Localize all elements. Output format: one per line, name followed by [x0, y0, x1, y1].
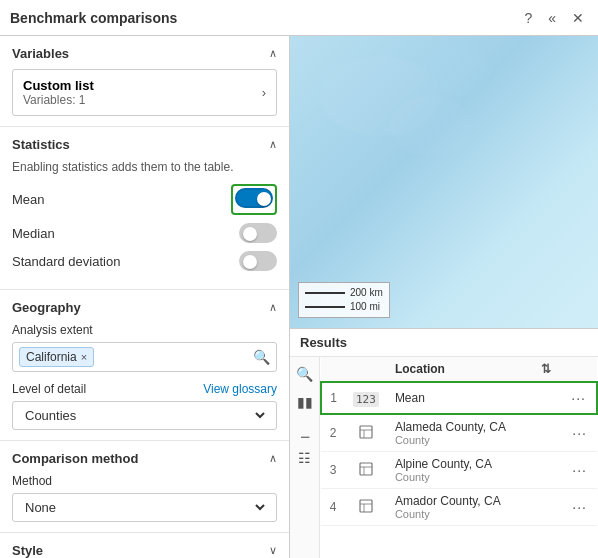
location-type: County — [395, 434, 551, 446]
right-panel: 200 km 100 mi Results 🔍 ▮▮ ⎯ ☷ — [290, 36, 598, 558]
median-toggle-thumb — [243, 227, 257, 241]
more-options-button[interactable]: ··· — [568, 423, 591, 443]
row-num: 3 — [321, 452, 345, 489]
statistics-section-header[interactable]: Statistics ∧ — [12, 137, 277, 152]
row-label: Amador County, CA County — [387, 489, 559, 526]
median-toggle-track[interactable] — [239, 223, 277, 243]
statistics-title: Statistics — [12, 137, 70, 152]
comparison-method-title: Comparison method — [12, 451, 138, 466]
row-actions: ··· — [559, 452, 597, 489]
custom-list-chevron-icon: › — [262, 85, 266, 100]
help-button[interactable]: ? — [520, 9, 536, 27]
more-options-button[interactable]: ··· — [568, 497, 591, 517]
custom-list-label: Custom list — [23, 78, 94, 93]
mean-toggle[interactable] — [235, 188, 273, 208]
geography-section-header[interactable]: Geography ∧ — [12, 300, 277, 315]
table-icon[interactable]: ☷ — [294, 447, 316, 469]
results-table-body: 1 123 Mean ··· 2 — [321, 382, 597, 526]
svg-rect-0 — [360, 426, 372, 438]
location-name: Amador County, CA — [395, 494, 551, 508]
table-row: 4 Amador County, CA — [321, 489, 597, 526]
line-chart-icon[interactable]: ⎯ — [294, 419, 316, 441]
method-label: Method — [12, 474, 277, 488]
sort-icon[interactable]: ⇅ — [541, 362, 551, 376]
row-num: 1 — [321, 382, 345, 414]
method-select[interactable]: None Z-score — [21, 499, 268, 516]
left-panel: Variables ∧ Custom list Variables: 1 › S… — [0, 36, 290, 558]
th-location-label: Location — [395, 362, 445, 376]
stddev-toggle-thumb — [243, 255, 257, 269]
style-title: Style — [12, 543, 43, 558]
row-label: Mean — [387, 382, 559, 414]
row-type-icon: 123 — [345, 382, 387, 414]
panel-title: Benchmark comparisons — [10, 10, 177, 26]
statistics-description: Enabling statistics adds them to the tab… — [12, 160, 277, 174]
style-section: Style ∨ — [0, 533, 289, 558]
statistics-chevron-icon: ∧ — [269, 138, 277, 151]
row-num: 2 — [321, 414, 345, 452]
view-glossary-link[interactable]: View glossary — [203, 382, 277, 396]
collapse-button[interactable]: « — [544, 9, 560, 27]
county-icon — [359, 425, 373, 439]
table-row: 3 Alpine County, CA — [321, 452, 597, 489]
results-panel: Results 🔍 ▮▮ ⎯ ☷ — [290, 328, 598, 558]
header-icons: ? « ✕ — [520, 9, 588, 27]
tag-label: California — [26, 350, 77, 364]
row-type-icon — [345, 414, 387, 452]
mean-toggle-track[interactable] — [235, 188, 273, 208]
location-type: County — [395, 471, 551, 483]
location-type: County — [395, 508, 551, 520]
svg-rect-6 — [360, 500, 372, 512]
mean-toggle-thumb — [257, 192, 271, 206]
more-options-button[interactable]: ··· — [568, 460, 591, 480]
variables-section-header[interactable]: Variables ∧ — [12, 46, 277, 61]
location-name: Alpine County, CA — [395, 457, 551, 471]
row-num: 4 — [321, 489, 345, 526]
th-num — [321, 357, 345, 382]
level-of-detail-select[interactable]: Counties States Census Tracts — [21, 407, 268, 424]
row-type-icon — [345, 489, 387, 526]
more-options-button[interactable]: ··· — [567, 388, 590, 408]
custom-list-sub: Variables: 1 — [23, 93, 94, 107]
map-area[interactable]: 200 km 100 mi — [290, 36, 598, 328]
geography-section: Geography ∧ Analysis extent California ×… — [0, 290, 289, 441]
stat-label-stddev: Standard deviation — [12, 254, 120, 269]
style-section-header[interactable]: Style ∨ — [12, 543, 277, 558]
comparison-method-section: Comparison method ∧ Method None Z-score — [0, 441, 289, 533]
th-location: Location ⇅ — [387, 357, 559, 382]
stddev-toggle-track[interactable] — [239, 251, 277, 271]
svg-rect-3 — [360, 463, 372, 475]
geography-title: Geography — [12, 300, 81, 315]
search-icon[interactable]: 🔍 — [253, 349, 270, 365]
level-of-detail-select-wrapper[interactable]: Counties States Census Tracts — [12, 401, 277, 430]
close-button[interactable]: ✕ — [568, 9, 588, 27]
tag-remove-icon[interactable]: × — [81, 351, 87, 363]
mean-toggle-wrapper — [231, 184, 277, 215]
comparison-method-header[interactable]: Comparison method ∧ — [12, 451, 277, 466]
california-tag: California × — [19, 347, 94, 367]
stat-row-stddev: Standard deviation — [12, 251, 277, 271]
row-actions: ··· — [559, 489, 597, 526]
row-actions: ··· — [559, 414, 597, 452]
stddev-toggle[interactable] — [239, 251, 277, 271]
scale-km-label: 200 km — [350, 286, 383, 300]
scale-mi-label: 100 mi — [350, 300, 380, 314]
zoom-tool-icon[interactable]: 🔍 — [294, 363, 316, 385]
table-header-row: Location ⇅ — [321, 357, 597, 382]
method-select-wrapper[interactable]: None Z-score — [12, 493, 277, 522]
level-of-detail-label: Level of detail — [12, 382, 86, 396]
analysis-extent-input[interactable]: California × 🔍 — [12, 342, 277, 372]
median-toggle[interactable] — [239, 223, 277, 243]
row-label: Alpine County, CA County — [387, 452, 559, 489]
stat-label-mean: Mean — [12, 192, 45, 207]
stat-label-median: Median — [12, 226, 55, 241]
row-actions: ··· — [559, 382, 597, 414]
variables-chevron-icon: ∧ — [269, 47, 277, 60]
row-label: Alameda County, CA County — [387, 414, 559, 452]
bar-chart-icon[interactable]: ▮▮ — [294, 391, 316, 413]
results-icon-col: 🔍 ▮▮ ⎯ ☷ — [290, 357, 320, 558]
custom-list-info: Custom list Variables: 1 — [23, 78, 94, 107]
main-layout: Variables ∧ Custom list Variables: 1 › S… — [0, 36, 598, 558]
table-row: 2 Alameda County, CA — [321, 414, 597, 452]
custom-list-box[interactable]: Custom list Variables: 1 › — [12, 69, 277, 116]
